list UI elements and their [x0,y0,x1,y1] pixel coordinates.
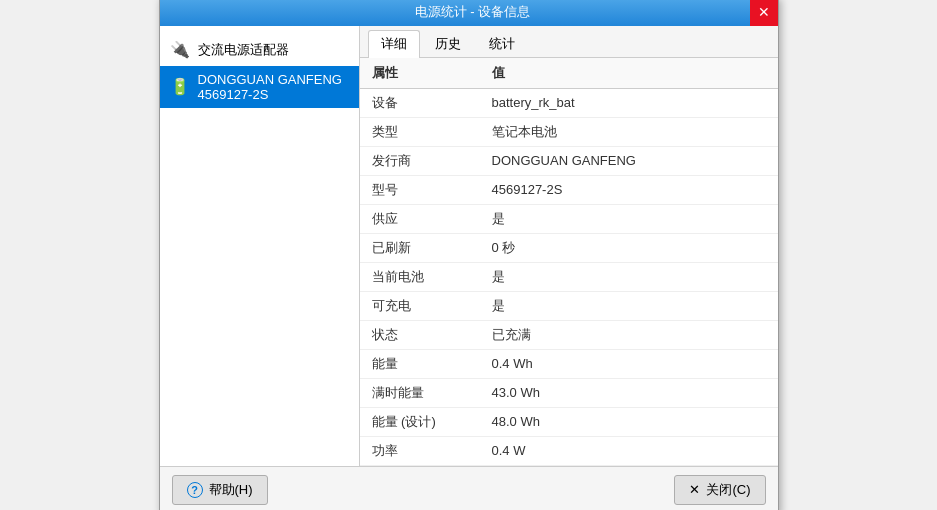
table-cell-val: 0 秒 [480,233,778,262]
table-cell-prop: 设备 [360,88,480,117]
table-cell-val: 0.4 Wh [480,349,778,378]
tab-history[interactable]: 历史 [422,30,474,57]
table-row: 已刷新0 秒 [360,233,778,262]
col-header-val: 值 [480,58,778,89]
table-row: 状态已充满 [360,320,778,349]
footer: ? 帮助(H) ✕ 关闭(C) [160,466,778,511]
table-cell-val: 48.0 Wh [480,407,778,436]
table-cell-val: 是 [480,291,778,320]
table-row: 功率0.4 W [360,436,778,465]
table-cell-val: 4569127-2S [480,175,778,204]
table-row: 供应是 [360,204,778,233]
table-cell-prop: 功率 [360,436,480,465]
table-row: 满时能量43.0 Wh [360,378,778,407]
table-row: 当前电池是 [360,262,778,291]
tab-stats[interactable]: 统计 [476,30,528,57]
table-cell-val: battery_rk_bat [480,88,778,117]
close-icon: ✕ [689,482,700,497]
table-cell-val: 已充满 [480,320,778,349]
table-cell-prop: 状态 [360,320,480,349]
table-cell-prop: 能量 [360,349,480,378]
sidebar-item-ac-adapter[interactable]: 🔌 交流电源适配器 [160,34,359,66]
table-cell-prop: 可充电 [360,291,480,320]
table-cell-prop: 满时能量 [360,378,480,407]
sidebar-item-ac-label: 交流电源适配器 [198,41,289,59]
sidebar-item-battery-label: DONGGUAN GANFENG 4569127-2S [198,72,349,102]
table-row: 发行商DONGGUAN GANFENG [360,146,778,175]
help-label: 帮助(H) [209,481,253,499]
window-close-button[interactable]: ✕ [750,0,778,26]
main-panel: 详细 历史 统计 属性 值 [360,26,778,466]
table-row: 设备battery_rk_bat [360,88,778,117]
battery-icon: 🔋 [170,77,190,97]
table-row: 可充电是 [360,291,778,320]
main-window: 电源统计 - 设备信息 ✕ 🔌 交流电源适配器 🔋 DONGGUAN GANFE… [159,0,779,510]
window-title: 电源统计 - 设备信息 [196,3,750,21]
table-cell-val: DONGGUAN GANFENG [480,146,778,175]
table-cell-prop: 型号 [360,175,480,204]
table-row: 类型笔记本电池 [360,117,778,146]
table-cell-val: 是 [480,262,778,291]
table-row: 能量 (设计)48.0 Wh [360,407,778,436]
table-cell-val: 0.4 W [480,436,778,465]
table-cell-prop: 能量 (设计) [360,407,480,436]
table-cell-val: 43.0 Wh [480,378,778,407]
table-cell-prop: 已刷新 [360,233,480,262]
table-cell-prop: 当前电池 [360,262,480,291]
table-cell-prop: 类型 [360,117,480,146]
close-label: 关闭(C) [706,481,750,499]
tab-bar: 详细 历史 统计 [360,26,778,58]
sidebar: 🔌 交流电源适配器 🔋 DONGGUAN GANFENG 4569127-2S [160,26,360,466]
table-row: 能量0.4 Wh [360,349,778,378]
table-cell-val: 笔记本电池 [480,117,778,146]
close-button[interactable]: ✕ 关闭(C) [674,475,765,505]
table-row: 型号4569127-2S [360,175,778,204]
titlebar: 电源统计 - 设备信息 ✕ [160,0,778,26]
help-button[interactable]: ? 帮助(H) [172,475,268,505]
tab-detail[interactable]: 详细 [368,30,420,58]
table-cell-prop: 发行商 [360,146,480,175]
table-cell-val: 是 [480,204,778,233]
sidebar-item-battery[interactable]: 🔋 DONGGUAN GANFENG 4569127-2S [160,66,359,108]
detail-table: 属性 值 设备battery_rk_bat类型笔记本电池发行商DONGGUAN … [360,58,778,466]
table-cell-prop: 供应 [360,204,480,233]
content-area: 🔌 交流电源适配器 🔋 DONGGUAN GANFENG 4569127-2S … [160,26,778,466]
help-icon: ? [187,482,203,498]
ac-adapter-icon: 🔌 [170,40,190,60]
col-header-prop: 属性 [360,58,480,89]
detail-table-area: 属性 值 设备battery_rk_bat类型笔记本电池发行商DONGGUAN … [360,58,778,466]
